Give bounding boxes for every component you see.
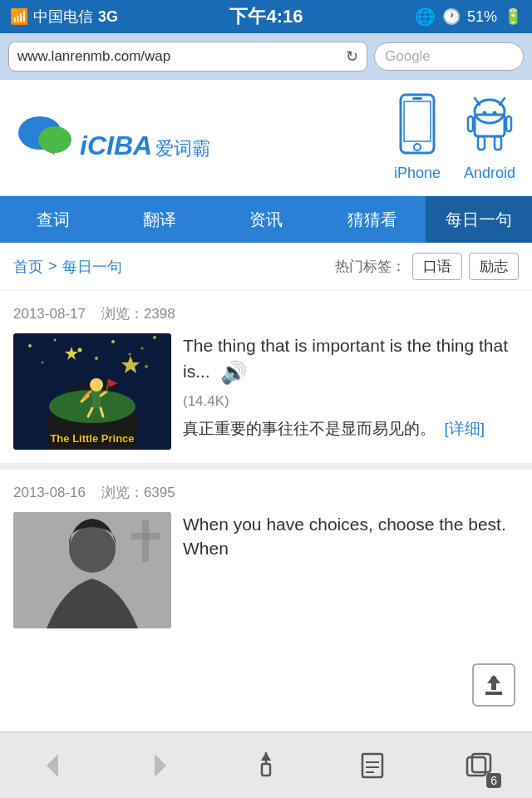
entry-body-1: The Little Prince The thing that is impo… [13,333,519,450]
svg-point-26 [95,357,98,360]
svg-point-43 [69,526,116,573]
logo-cn: 爱词霸 [155,136,210,161]
network-label: 3G [98,8,118,26]
hot-label: 热门标签： [335,257,406,276]
tag-inspire[interactable]: 励志 [469,253,519,280]
entry-meta-2: 2013-08-16 浏览：6395 [13,483,519,502]
tag-spoken[interactable]: 口语 [412,253,462,280]
svg-rect-12 [468,116,473,131]
svg-point-28 [145,365,148,368]
entry-body-2: When you have choices, choose the best. … [13,512,519,628]
entry-image-2 [13,512,171,628]
logo-bubbles [17,115,75,161]
logo-area: iCIBA 爱词霸 [17,115,210,161]
entry-en-1: The thing that is important is the thing… [183,333,519,388]
nav-guess[interactable]: 猜猜看 [319,196,426,243]
svg-point-24 [153,336,156,339]
svg-rect-7 [412,97,422,100]
entry-meta-1: 2013-08-17 浏览：2398 [13,304,519,323]
content-area: 2013-08-17 浏览：2398 [0,291,532,642]
svg-rect-13 [506,116,511,131]
entry-card-1: 2013-08-17 浏览：2398 [0,291,532,463]
iphone-icon [394,93,441,160]
svg-point-27 [129,353,131,356]
svg-rect-5 [404,101,431,141]
svg-rect-34 [92,392,101,408]
android-app-link[interactable]: Android [464,93,515,182]
breadcrumb: 首页 > 每日一句 [13,257,122,277]
breadcrumb-home[interactable]: 首页 [13,257,43,277]
svg-rect-10 [478,136,485,150]
svg-point-16 [482,111,486,116]
android-label: Android [464,165,515,182]
entry-image-1: The Little Prince [13,333,171,450]
carrier-label: 中国电信 [33,7,93,27]
entry-date-2: 2013-08-16 [13,485,86,500]
entry-cn-1: 真正重要的事往往不是显而易见的。 [详细] [183,416,519,441]
site-header: iCIBA 爱词霸 iPhone [0,80,532,196]
entry-image-2-svg [13,512,171,628]
entry-text-1: The thing that is important is the thing… [183,333,519,445]
svg-point-25 [42,362,44,364]
svg-rect-44 [142,520,149,562]
entry-views-2: 6395 [144,485,175,500]
nav-news[interactable]: 资讯 [213,196,319,243]
entry-date-1: 2013-08-17 [13,306,86,322]
svg-point-20 [54,339,57,342]
entry-size-1: (14.4K) [183,393,519,410]
clock-icon: 🕐 [442,7,461,26]
svg-point-33 [90,378,103,392]
speaker-icon-1[interactable]: 🔊 [220,360,247,385]
svg-point-19 [28,344,32,347]
wifi-icon: 🌐 [415,7,436,27]
battery-icon: 🔋 [504,7,522,26]
nav-daily[interactable]: 每日一句 [426,196,532,243]
entry-view-label-2: 浏览： [101,485,144,500]
logo-text: iCIBA [80,131,152,161]
entry-view-label-1: 浏览： [101,306,144,322]
svg-point-22 [111,340,115,343]
hot-tags: 热门标签： 口语 励志 [335,253,519,280]
svg-point-17 [492,111,496,116]
time-label: 下午4:16 [229,4,303,29]
svg-rect-45 [131,533,160,539]
entry-views-1: 2398 [144,306,175,322]
breadcrumb-bar: 首页 > 每日一句 热门标签： 口语 励志 [0,243,532,291]
svg-point-21 [78,348,82,352]
app-icons: iPhone Android [394,93,515,182]
entry-card-2: 2013-08-16 浏览：6395 [0,470,532,642]
status-bar: 📶 中国电信 3G 下午4:16 🌐 🕐 51% 🔋 [0,0,532,33]
prince-image-caption: The Little Prince [50,432,134,445]
svg-rect-9 [475,115,505,136]
status-left: 📶 中国电信 3G [10,7,118,27]
status-right: 🌐 🕐 51% 🔋 [415,7,522,27]
svg-point-23 [141,347,144,350]
iphone-app-link[interactable]: iPhone [394,93,441,182]
nav-bar: 查词 翻译 资讯 猜猜看 每日一句 [0,196,532,243]
reload-icon[interactable]: ↻ [346,47,358,66]
search-box[interactable]: Google [374,42,524,71]
url-text: www.lanrenmb.com/wap [17,48,170,65]
svg-rect-11 [495,136,501,150]
detail-link-1[interactable]: [详细] [445,420,485,437]
iphone-label: iPhone [394,165,441,182]
entry-en-2: When you have choices, choose the best. … [183,512,519,561]
nav-translate[interactable]: 翻译 [106,196,213,243]
android-icon [466,93,513,160]
address-bar: www.lanrenmb.com/wap ↻ Google [0,33,532,80]
entry-text-2: When you have choices, choose the best. … [183,512,519,566]
url-box[interactable]: www.lanrenmb.com/wap ↻ [8,42,367,71]
svg-point-6 [414,144,421,150]
nav-lookup[interactable]: 查词 [0,196,106,243]
signal-icon: 📶 [10,7,28,26]
breadcrumb-current[interactable]: 每日一句 [62,257,122,277]
battery-label: 51% [467,8,497,26]
svg-point-2 [38,126,71,153]
breadcrumb-sep: > [48,258,57,275]
